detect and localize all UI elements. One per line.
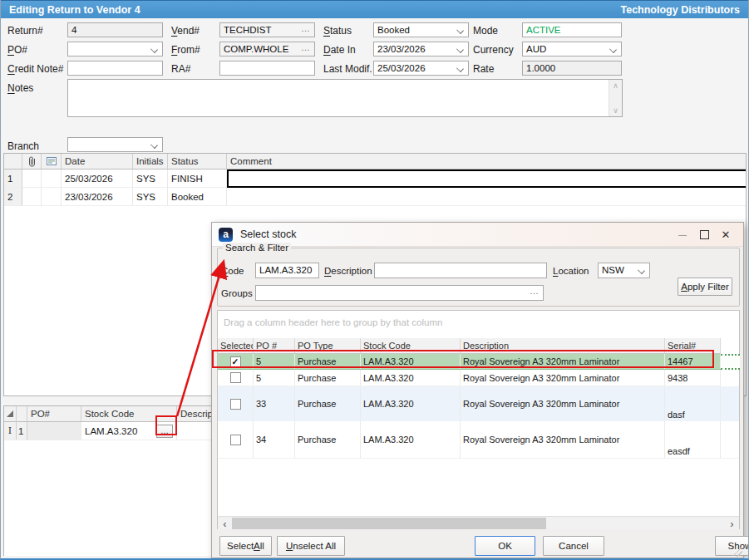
row4-checkbox[interactable] xyxy=(230,435,241,445)
col-selected[interactable]: Selected xyxy=(218,338,254,354)
credit-note-label: Credit Note# xyxy=(7,63,63,75)
focused-row-extension xyxy=(721,354,740,370)
from-label: From# xyxy=(171,44,200,56)
comment-grid-col-status[interactable]: Status xyxy=(168,154,227,169)
dialog-titlebar[interactable]: a Select stock — ✕ xyxy=(212,223,743,247)
paperclip-icon xyxy=(22,154,42,169)
col-po-type[interactable]: PO Type xyxy=(295,338,361,354)
credit-note-field[interactable] xyxy=(67,61,163,76)
stock-row-3[interactable]: 33 Purchase LAM.A3.320 Royal Sovereign A… xyxy=(218,386,739,421)
vend-label: Vend# xyxy=(171,25,200,37)
branch-label: Branch xyxy=(7,140,39,152)
comment-grid-row-1[interactable]: 1 25/03/2026 SYS FINISH xyxy=(4,169,746,188)
lines-grid-col-po[interactable]: PO# xyxy=(27,406,81,422)
po-dropdown[interactable] xyxy=(67,42,163,56)
vend-field[interactable]: TECHDIST … xyxy=(219,22,315,37)
select-stock-dialog: a Select stock — ✕ Search & Filter Code … xyxy=(211,222,744,558)
window-title: Editing Return to Vendor 4 xyxy=(9,4,140,16)
scroll-up-icon[interactable]: ∧ xyxy=(613,81,618,90)
vend-browse-icon[interactable]: … xyxy=(301,23,311,33)
return-label: Return# xyxy=(7,25,43,37)
groups-browse-icon[interactable]: … xyxy=(530,286,540,296)
show-button[interactable]: Show xyxy=(715,536,749,556)
stock-row-2[interactable]: 5 Purchase LAM.A3.320 Royal Sovereign A3… xyxy=(218,370,721,386)
scrollbar-thumb[interactable] xyxy=(232,518,546,529)
stock-code-browse-button[interactable]: … xyxy=(156,425,173,438)
grid-corner-selector[interactable] xyxy=(4,406,17,422)
row1-checkbox[interactable]: ✓ xyxy=(230,356,241,367)
comment-grid-header: Date Initials Status Comment xyxy=(4,154,746,169)
app-window: Editing Return to Vendor 4 Technology Di… xyxy=(0,0,749,560)
comment-grid-col-comment[interactable]: Comment xyxy=(227,154,746,169)
code-label: Code xyxy=(221,266,244,276)
ra-field[interactable] xyxy=(219,61,315,76)
select-all-button[interactable]: Select All xyxy=(219,536,272,556)
scroll-right-icon[interactable]: › xyxy=(725,517,739,530)
app-logo-icon: a xyxy=(219,228,233,242)
status-label: Status xyxy=(323,25,352,37)
ok-button[interactable]: OK xyxy=(475,536,535,556)
horizontal-scrollbar[interactable]: ‹ › xyxy=(218,516,739,529)
minimize-icon[interactable]: — xyxy=(672,226,693,243)
stock-grid-header: Selected PO # PO Type Stock Code Descrip… xyxy=(218,338,721,354)
rate-label: Rate xyxy=(473,63,494,75)
from-browse-icon[interactable]: … xyxy=(301,42,311,52)
stock-grid: Drag a column header here to group by th… xyxy=(217,310,740,529)
groups-label: Groups xyxy=(221,288,253,298)
last-modif-label: Last Modif. xyxy=(323,63,372,75)
groups-input[interactable]: … xyxy=(255,285,544,301)
status-dropdown[interactable]: Booked xyxy=(373,22,469,37)
col-stock-code[interactable]: Stock Code xyxy=(361,338,461,354)
date-in-dropdown[interactable]: 23/03/2026 xyxy=(373,42,469,56)
resize-grip[interactable] xyxy=(733,548,742,557)
location-label: Location xyxy=(553,266,589,276)
stock-row-1[interactable]: ✓ 5 Purchase LAM.A3.320 Royal Sovereign … xyxy=(218,354,721,370)
ra-label: RA# xyxy=(171,63,190,75)
row3-checkbox[interactable] xyxy=(230,399,241,410)
notes-scrollbar[interactable]: ∧ ∨ xyxy=(609,80,622,116)
col-serial[interactable]: Serial# xyxy=(665,338,721,354)
close-icon[interactable]: ✕ xyxy=(715,226,737,243)
from-field[interactable]: COMP.WHOLE … xyxy=(219,42,315,56)
search-filter-legend: Search & Filter xyxy=(223,243,291,253)
mode-field: ACTIVE xyxy=(522,22,622,37)
col-description[interactable]: Description xyxy=(461,338,665,354)
location-dropdown[interactable]: NSW xyxy=(598,263,650,278)
row2-checkbox[interactable] xyxy=(230,372,241,383)
po-label: PO# xyxy=(7,44,27,56)
currency-label: Currency xyxy=(473,44,514,56)
maximize-icon[interactable] xyxy=(693,226,715,243)
comment-grid-row-2[interactable]: 2 23/03/2026 SYS Booked xyxy=(4,188,746,206)
branch-dropdown[interactable] xyxy=(67,137,163,152)
row-edit-indicator-icon: I xyxy=(4,422,17,440)
note-icon xyxy=(42,154,62,169)
return-field[interactable]: 4 xyxy=(67,22,163,37)
description-input[interactable] xyxy=(374,263,547,278)
mode-label: Mode xyxy=(473,25,498,37)
window-titlebar: Editing Return to Vendor 4 Technology Di… xyxy=(1,0,748,18)
stock-row-4[interactable]: 34 Purchase LAM.A3.320 Royal Sovereign A… xyxy=(218,421,739,459)
notes-label: Notes xyxy=(7,82,33,94)
comment-grid-col-initials[interactable]: Initials xyxy=(133,154,168,169)
code-input[interactable]: LAM.A3.320 xyxy=(255,263,319,278)
scroll-down-icon[interactable]: ∨ xyxy=(613,106,618,115)
rate-field: 1.0000 xyxy=(522,61,622,76)
col-po[interactable]: PO # xyxy=(254,338,295,354)
group-by-hint: Drag a column header here to group by th… xyxy=(224,317,442,327)
description-label: Description xyxy=(324,266,372,276)
unselect-all-button[interactable]: Unselect All xyxy=(277,536,345,556)
lines-grid-col-stock[interactable]: Stock Code xyxy=(81,406,177,422)
last-modif-dropdown[interactable]: 25/03/2026 xyxy=(373,61,469,76)
comment-cell-editor[interactable] xyxy=(227,169,746,188)
scroll-left-icon[interactable]: ‹ xyxy=(218,517,232,530)
notes-textarea[interactable]: ∧ ∨ xyxy=(67,79,623,117)
currency-dropdown[interactable]: AUD xyxy=(522,42,622,56)
dialog-title: Select stock xyxy=(240,228,296,240)
apply-filter-button[interactable]: Apply Filter xyxy=(678,278,732,296)
company-name: Technology Distributors xyxy=(620,4,740,16)
cancel-button[interactable]: Cancel xyxy=(543,536,604,556)
date-in-label: Date In xyxy=(323,44,356,56)
comment-grid-col-date[interactable]: Date xyxy=(62,154,133,169)
